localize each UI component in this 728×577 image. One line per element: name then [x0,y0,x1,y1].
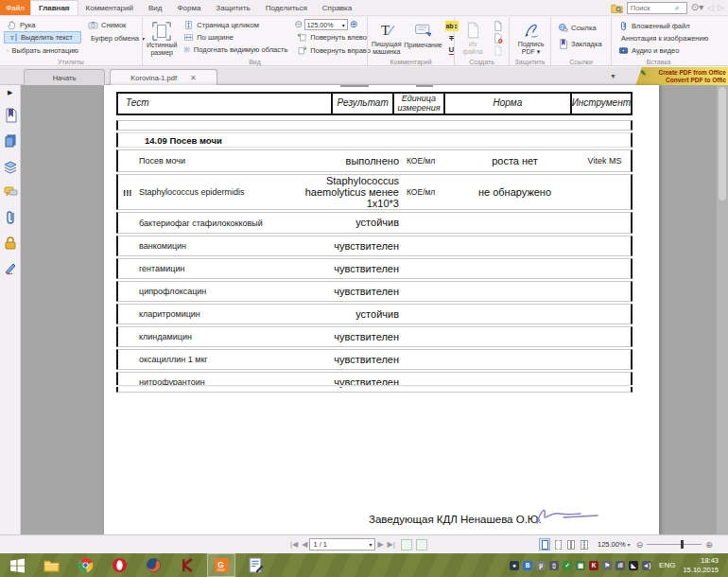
menu-tab-Справка[interactable]: Справка [315,0,359,15]
taskbar-app-foxit-reader[interactable] [207,553,235,577]
attach-file-button[interactable]: Вложенный файл [615,20,704,31]
attachments-panel-icon[interactable] [3,210,18,225]
taskbar-clock[interactable]: 18:43 15.10.2015 [683,556,724,574]
actual-size-button[interactable]: Истинный размер [147,19,177,56]
taskbar-app-explorer[interactable] [37,553,65,577]
next-view-icon[interactable] [416,539,427,551]
vertical-scrollbar[interactable] [717,85,728,534]
hand-tool-button[interactable]: Рука [4,19,81,30]
bookmark-button[interactable]: Закладка [555,38,609,50]
sidebar-expand-icon[interactable]: ▶ [8,89,12,96]
search-icon[interactable]: ⌕ [675,3,680,13]
tab-list-dropdown-icon[interactable]: ▼ [610,73,616,79]
status-zoom-dropdown-icon[interactable]: ▾ [628,541,631,548]
sign-pdf-button[interactable]: Подпись PDF ▾ [513,19,548,56]
settings-gear-icon[interactable]: ⊙▾ [691,3,703,12]
start-button[interactable] [3,553,31,577]
create-copy-icon[interactable] [491,45,504,56]
clipboard-button[interactable]: Буфер обмена▾ [85,32,142,44]
next-page-icon[interactable]: ▶ [377,540,383,549]
create-new-document-icon[interactable] [491,33,504,44]
history-back-icon[interactable]: ◁ [707,3,714,12]
page-number-box[interactable]: 1 / 1▾ [309,538,375,551]
zoom-slider-handle[interactable] [681,540,684,549]
layers-panel-icon[interactable] [3,159,18,174]
create-blank-icon[interactable] [491,21,504,31]
snapshot-button[interactable]: Снимок [85,19,142,31]
security-panel-icon[interactable] [3,236,18,251]
status-zoom-out-icon[interactable]: ⊖ [636,540,644,550]
battery-tray-icon[interactable]: ▯ [549,561,559,570]
rotate-left-button[interactable]: Повернуть влево [294,32,373,44]
taskbar-app-chrome[interactable] [71,553,99,577]
tab-close-icon[interactable]: ✕ [190,74,197,82]
action-center-flag-tray-icon[interactable]: ⚑ [602,561,612,570]
zoom-in-icon[interactable]: ⊕ [350,20,357,29]
menu-tab-Главная[interactable]: Главная [30,0,78,15]
network-signal-tray-icon[interactable]: ıll [615,561,625,570]
menu-tab-Форма[interactable]: Форма [169,0,208,15]
note-button[interactable]: Примечание [406,19,442,56]
cell-result: выполнено [295,155,399,166]
bluetooth-tray-icon[interactable]: B [523,561,532,570]
zoom-level-select[interactable]: 125.00%▾ [304,19,348,30]
zoom-out-icon[interactable]: ⊖ [294,20,302,29]
select-annotation-button[interactable]: Выбрать аннотацию [4,44,81,56]
signatures-panel-icon[interactable] [3,261,18,276]
status-zoom-value[interactable]: 125.00% [598,540,626,549]
single-page-view-icon[interactable] [539,538,550,551]
tab-document[interactable]: Korovina-1.pdf ✕ [110,69,217,85]
fit-width-button[interactable]: По ширине [181,31,290,43]
previous-view-icon[interactable] [401,539,412,551]
volume-tray-icon[interactable]: ◄) [642,561,651,570]
file-menu-button[interactable]: Файл [0,0,30,15]
security-shield-tray-icon[interactable]: ✓ [563,561,572,570]
search-folder-icon[interactable] [611,2,623,14]
ribbon-group-protect: Подпись PDF ▾ Защитить [509,17,550,65]
taskbar-app-firefox[interactable] [139,553,167,577]
language-indicator[interactable]: ENG [659,561,675,569]
continuous-facing-view-icon[interactable] [579,538,590,551]
taskbar-app-kaspersky[interactable] [173,553,201,577]
search-input[interactable] [628,4,675,12]
pages-panel-icon[interactable] [3,133,18,149]
fit-visible-button[interactable]: Подогнать видимую область [181,44,290,56]
facing-view-icon[interactable] [565,538,577,551]
continuous-view-icon[interactable] [552,538,563,551]
last-page-icon[interactable]: ▶| [388,540,395,549]
image-annotation-button[interactable]: Аннотация к изображению [615,32,704,44]
previous-page-icon[interactable]: ◀ [302,540,307,549]
audio-video-button[interactable]: Аудио и видео [615,44,704,56]
rotate-right-button[interactable]: Повернуть вправо [294,44,373,56]
bookmarks-panel-icon[interactable] [3,108,18,123]
search-box[interactable]: ⌕ [627,2,687,14]
taskbar-app-doc-editor[interactable] [241,553,269,577]
first-page-icon[interactable]: |◀ [290,540,298,549]
status-zoom-in-icon[interactable]: ⊕ [705,540,713,550]
fit-page-button[interactable]: Страница целиком [181,19,290,30]
typewriter-button[interactable]: T∕ Пишущая машинка [372,19,402,56]
zoom-slider[interactable] [647,544,702,545]
menu-tab-Защитить[interactable]: Защитить [208,0,257,15]
menu-tab-Комментарий[interactable]: Комментарий [78,0,141,15]
kaspersky-tray-tray-icon[interactable]: K [589,561,598,570]
application-window: T GPDF Файл ГлавнаяКомментарийВидФормаЗа… [0,0,728,577]
pdf-page[interactable]: Тест Результат Единица измерения Норма И… [104,85,659,534]
menu-tab-Вид[interactable]: Вид [141,0,169,15]
utorrent-tray-icon[interactable]: µ [536,561,546,570]
create-pdf-banner[interactable]: ✎ Create PDF from Office Convert PDF to … [635,67,728,86]
select-text-button[interactable]: Выделить текст [4,31,81,44]
scrollbar-thumb[interactable] [719,87,726,201]
power-plug-tray-icon[interactable]: ◣ [629,561,638,570]
history-forward-icon[interactable]: ▷ [718,3,724,12]
link-button[interactable]: Ссылка [555,22,609,34]
steam-tray-icon[interactable]: ● [510,561,519,570]
cell-result: чувствителен [295,354,399,365]
section-row: 14.09 Посев мочи [116,132,633,148]
taskbar-app-opera[interactable] [105,553,133,577]
tab-start[interactable]: Начать [24,69,105,85]
display-tray-icon[interactable]: ▣ [576,561,585,570]
create-from-file-button[interactable]: Из файла [459,19,487,56]
comments-panel-icon[interactable] [3,184,18,200]
menu-tab-Поделиться[interactable]: Поделиться [258,0,315,15]
